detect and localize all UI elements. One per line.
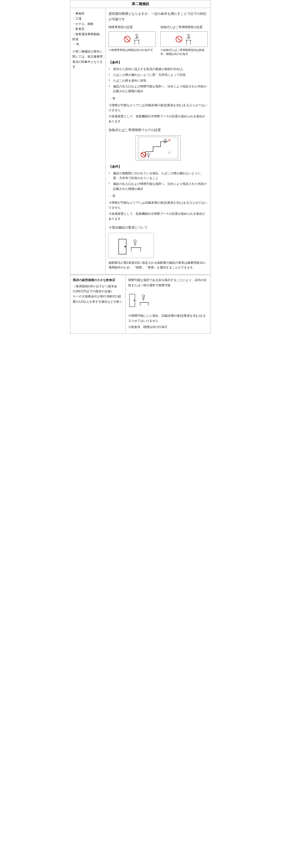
bottom-right-col: 喫煙可能な場所である旨を掲示することにより、店内の全部または一部の場所で喫煙可能 (126, 275, 210, 334)
smoking-room-2-icon-box (160, 31, 207, 47)
condition-item: 3たばこの煙を屋外に排気 (109, 79, 207, 83)
small-restaurant-svg (128, 290, 153, 310)
svg-line-1 (125, 37, 130, 41)
condition-item: 1室外から室内に流入する気流の風速が毎秒0.2m以上 (109, 67, 207, 71)
divider-2: － 等 (109, 193, 207, 198)
no-smoking-icon (124, 36, 131, 43)
condition-item: 4施設の出入口および喫煙可能な場所へ、法令により指定された内容が記載された標識の… (109, 84, 207, 94)
svg-text:2F: 2F (168, 139, 171, 142)
floor-image: 2F 1F (136, 135, 181, 160)
person-desk-icon (133, 34, 141, 45)
divider-1: － 等 (109, 96, 207, 101)
bottom-left-title: 既存の経営規模の小さな飲食店 (73, 278, 123, 283)
svg-point-2 (136, 34, 138, 36)
smoking-room-1-icon-box (109, 31, 156, 47)
conditions2-list: 1施設が複数階に分かれている場合、たばこの煙が漏れないように、壁・天井等で区画さ… (109, 171, 207, 191)
smoking-room-2-title: 加熱式たばこ専用喫煙室の設置 (160, 25, 207, 30)
bottom-right-image (128, 290, 208, 312)
main-row: ・事務所 ・工場 ・ホテル、旅館 ・飲食店 ・旅客運送事業船舶、鉄道 － 等 ※… (71, 8, 210, 275)
smoking-rooms-row: 喫煙専用室の設置 (109, 25, 207, 56)
bottom-left-detail: （客席面積100㎡以下かつ資本金5,000万円以下の既存の店舗）※一の大規模会社… (73, 284, 123, 304)
left-column: ・事務所 ・工場 ・ホテル、旅館 ・飲食店 ・旅客運送事業船舶、鉄道 － 等 ※… (71, 8, 106, 275)
smoking-room-2-note: ※加熱式たばこ専用喫煙室内は飲食等、喫煙以外の行為可 (160, 48, 207, 56)
page-container: 第二種施設 ・事務所 ・工場 ・ホテル、旅館 ・飲食店 ・旅客運送事業船舶、鉄道… (70, 0, 211, 334)
hotel-section-title: ※宿泊施設の客室について (109, 225, 207, 230)
right-column: 原則屋内禁煙となりますが、一定の条件を満たすことで以下の対応が可能です 喫煙専用… (106, 8, 210, 275)
conditions-block-2: 【条件】 1施設が複数階に分かれている場合、たばこの煙が漏れないように、壁・天井… (109, 164, 207, 191)
no-smoking-icon-2 (175, 36, 182, 43)
svg-line-4 (135, 37, 137, 39)
person-desk-icon-2 (185, 34, 193, 45)
floor-staircase-svg: 2F 1F (138, 136, 178, 159)
bottom-row: 既存の経営規模の小さな飲食店 （客席面積100㎡以下かつ資本金5,000万円以下… (71, 275, 210, 334)
bottom-left-col: 既存の経営規模の小さな飲食店 （客席面積100㎡以下かつ資本金5,000万円以下… (71, 275, 126, 334)
svg-line-13 (187, 37, 189, 39)
left-item: ・事務所 (73, 11, 103, 16)
left-item: ・工場 (73, 16, 103, 21)
bottom-right-remark-2: ※飲食等、喫煙以外の行為可 (128, 325, 208, 330)
floor-section-title: 加熱式たばこ専用喫煙フロアの設置 (109, 127, 207, 133)
left-item: － 等 (73, 42, 103, 47)
conditions-block-1: 【条件】 1室外から室内に流入する気流の風速が毎秒0.2m以上 2たばこの煙が漏… (109, 60, 207, 94)
bottom-right-text1: 喫煙可能な場所である旨を掲示することにより、店内の全部または一部の場所で喫煙可能 (128, 278, 208, 288)
conditions1-list: 1室外から室内に流入する気流の風速が毎秒0.2m以上 2たばこの煙が漏れないよう… (109, 67, 207, 94)
svg-line-10 (177, 37, 181, 41)
left-item: ・ホテル、旅館 (73, 21, 103, 26)
conditions2-title: 【条件】 (109, 164, 207, 169)
remark-2-1: ※喫煙が可能なエリアには20歳未満の者(従業員を含む)を立入らせてはいけません (109, 200, 207, 210)
smoking-room-1-title: 喫煙専用室の設置 (109, 25, 156, 30)
smoking-room-1-note: ※喫煙専用室は喫煙以外の行為不可 (109, 48, 156, 52)
left-item: ・旅客運送事業船舶、鉄道 (73, 32, 103, 42)
svg-text:1F: 1F (168, 151, 171, 154)
remark-1-2: ※経過措置として、脱臭機能付き喫煙ブースの設置が認められる場合があります (109, 114, 207, 124)
svg-point-30 (124, 246, 126, 247)
conditions1-title: 【条件】 (109, 60, 207, 65)
smoking-room-1: 喫煙専用室の設置 (109, 25, 156, 56)
condition-item: 2施設の出入口および喫煙可能な場所へ、法令により指定された内容が記載された標識の… (109, 182, 207, 191)
condition-item: 1施設が複数階に分かれている場合、たばこの煙が漏れないように、壁・天井等で区画さ… (109, 171, 207, 181)
remark-2-2: ※経過措置として、脱臭機能付き喫煙ブースの設置が認められる場合があります (109, 212, 207, 221)
svg-point-11 (188, 34, 190, 36)
floor-section: 加熱式たばこ専用喫煙フロアの設置 2F 1F (109, 127, 207, 160)
hotel-text: 旅館業法の第2条第1項に規定される旅館業の施設の客室は健康増進法の適用除外のため… (109, 260, 207, 270)
remark-1-1: ※喫煙が可能なエリアには20歳未満の者(従業員を含む)を立入らせてはいけません (109, 103, 207, 113)
hotel-image (109, 233, 154, 258)
svg-point-31 (134, 240, 136, 242)
hotel-section: ※宿泊施設の客室について (109, 225, 207, 270)
page-title: 第二種施設 (71, 0, 210, 8)
left-item: ・飲食店 (73, 26, 103, 31)
intro-text: 原則屋内禁煙となりますが、一定の条件を満たすことで以下の対応が可能です (109, 11, 207, 22)
svg-point-38 (134, 300, 135, 301)
smoking-room-2: 加熱式たばこ専用喫煙室の設置 (160, 25, 207, 56)
bottom-right-remark-1: ※喫煙可能にした場合、20歳未満の者(従業員を含む)を立入らせてはいけません (128, 313, 208, 323)
condition-item: 2たばこの煙が漏れないように壁・天井等によって区画 (109, 72, 207, 78)
svg-point-39 (142, 295, 144, 297)
hotel-room-svg (116, 234, 146, 257)
left-note: ※第二種施設の屋外に関しては、改正健康増進法の対象外となります (73, 49, 103, 69)
